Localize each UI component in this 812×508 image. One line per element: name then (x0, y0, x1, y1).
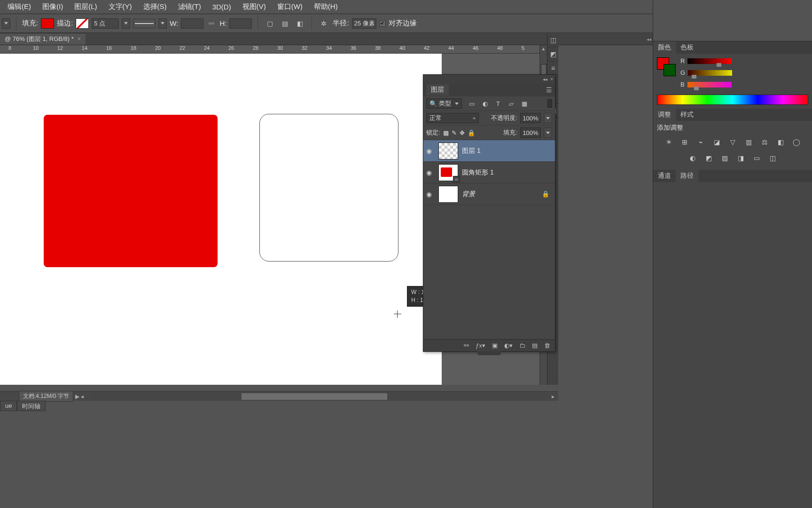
adj-vibrance-icon[interactable]: ▽ (726, 136, 739, 148)
visibility-toggle-icon[interactable]: ◉ (426, 190, 435, 198)
visibility-toggle-icon[interactable]: ◉ (426, 147, 435, 155)
menu-image[interactable]: 图像(I) (37, 0, 69, 13)
status-arrow-icon[interactable]: ▶ (73, 393, 81, 400)
height-input[interactable] (229, 18, 252, 29)
link-wh-icon[interactable]: ⚯ (206, 18, 217, 29)
layers-panel-titlebar[interactable]: ◂◂ × (423, 75, 555, 83)
path-align-icon[interactable]: ▤ (279, 17, 291, 30)
opacity-input[interactable]: 100% (520, 113, 541, 123)
lock-image-icon[interactable]: ✎ (452, 129, 457, 136)
color-spectrum-bar[interactable] (657, 95, 808, 105)
layer-item[interactable]: ◉ 背景 🔒 (423, 183, 555, 205)
adj-gradient-map-icon[interactable]: ▭ (750, 152, 763, 164)
adj-invert-icon[interactable]: ◩ (703, 152, 715, 164)
stroke-width-dropdown[interactable] (122, 18, 130, 29)
dock-icon-3[interactable]: ≡ (547, 61, 559, 75)
layer-thumbnail[interactable]: ▱ (438, 164, 458, 181)
layer-name[interactable]: 背景 (462, 190, 475, 198)
adj-photo-filter-icon[interactable]: ◯ (790, 136, 803, 148)
tab-swatches[interactable]: 色板 (676, 41, 698, 54)
filter-type-select[interactable]: 🔍 类型 (426, 98, 462, 109)
adj-curves-icon[interactable]: ⌁ (695, 136, 707, 148)
dock-collapse-icon[interactable]: ◂◂ (647, 37, 651, 42)
panel-menu-icon[interactable]: ☰ (543, 84, 555, 95)
fill-dropdown[interactable] (544, 127, 552, 138)
g-slider[interactable] (688, 70, 732, 76)
footer-tab-timeline[interactable]: 时间轴 (17, 401, 46, 411)
tab-adjustments[interactable]: 调整 (653, 109, 676, 121)
menu-select[interactable]: 选择(S) (138, 0, 172, 13)
layers-tab[interactable]: 图层 (426, 84, 449, 95)
b-slider[interactable] (687, 82, 732, 87)
layer-item[interactable]: ◉ ▱ 圆角矩形 1 (423, 162, 555, 183)
lock-all-icon[interactable]: 🔒 (468, 129, 475, 136)
blend-mode-select[interactable]: 正常÷ (426, 113, 479, 123)
tab-color[interactable]: 颜色 (653, 41, 676, 54)
visibility-toggle-icon[interactable]: ◉ (426, 169, 435, 176)
menu-edit[interactable]: 编辑(E) (2, 0, 37, 13)
horizontal-scrollbar[interactable] (91, 393, 548, 400)
scroll-up-arrow-icon[interactable]: ▲ (540, 45, 547, 52)
menu-3d[interactable]: 3D(D) (207, 1, 237, 13)
adj-threshold-icon[interactable]: ◨ (734, 152, 747, 164)
new-layer-icon[interactable]: ▤ (532, 342, 538, 349)
filter-smart-icon[interactable]: ▦ (520, 99, 529, 108)
document-info[interactable]: 文档:4.12M/0 字节 (19, 391, 73, 402)
close-tab-icon[interactable]: × (78, 36, 81, 42)
background-color[interactable] (664, 64, 676, 76)
width-input[interactable] (181, 18, 203, 29)
mask-icon[interactable]: ▣ (492, 342, 498, 349)
adj-brightness-icon[interactable]: ☀ (663, 136, 675, 148)
menu-type[interactable]: 文字(Y) (103, 0, 138, 13)
panel-resize-grip[interactable] (477, 351, 501, 355)
tool-preset-dropdown[interactable] (2, 18, 10, 29)
opacity-dropdown[interactable] (544, 113, 552, 123)
stroke-swatch[interactable] (76, 18, 89, 29)
adj-bw-icon[interactable]: ◧ (774, 136, 787, 148)
fx-icon[interactable]: ƒx▾ (476, 342, 485, 349)
dock-icon-2[interactable]: ◩ (547, 47, 559, 61)
r-slider[interactable] (687, 58, 732, 64)
adj-posterize-icon[interactable]: ▨ (718, 152, 731, 164)
path-ops-new-icon[interactable]: ▢ (264, 17, 276, 30)
close-icon[interactable]: × (550, 77, 553, 82)
radius-input[interactable] (352, 18, 376, 29)
adj-balance-icon[interactable]: ⚖ (758, 136, 771, 148)
dock-icon-1[interactable]: ◫ (547, 33, 559, 47)
adj-levels-icon[interactable]: ⊞ (679, 136, 691, 148)
layer-thumbnail[interactable] (438, 143, 458, 159)
filter-type-icon[interactable]: T (494, 99, 502, 108)
adj-hue-icon[interactable]: ▥ (742, 136, 755, 148)
layer-name[interactable]: 图层 1 (462, 147, 481, 155)
tab-channels[interactable]: 通道 (653, 170, 676, 182)
stroke-style-picker[interactable] (133, 19, 156, 28)
tab-styles[interactable]: 样式 (676, 109, 698, 121)
footer-tab-1[interactable]: ue (0, 401, 17, 411)
filter-pixel-icon[interactable]: ▭ (468, 99, 476, 108)
stroke-style-dropdown[interactable] (158, 18, 167, 29)
group-icon[interactable]: 🗀 (519, 342, 525, 349)
foreground-background-swatch[interactable] (657, 57, 676, 76)
adj-channel-mixer-icon[interactable]: ◐ (687, 152, 699, 164)
fill-swatch[interactable] (41, 18, 54, 29)
filter-adjust-icon[interactable]: ◐ (481, 99, 489, 108)
lock-position-icon[interactable]: ✥ (460, 129, 465, 136)
hscroll-thumb[interactable] (242, 393, 387, 400)
document-tab[interactable]: @ 76% (图层 1, RGB/8) * × (0, 33, 86, 45)
gear-icon[interactable]: ✲ (318, 17, 330, 30)
menu-filter[interactable]: 滤镜(T) (172, 0, 207, 13)
adj-exposure-icon[interactable]: ◪ (710, 136, 723, 148)
lock-transparent-icon[interactable]: ▩ (443, 129, 449, 136)
stroke-width-input[interactable] (92, 18, 119, 29)
collapse-icon[interactable]: ◂◂ (543, 77, 547, 82)
menu-layer[interactable]: 图层(L) (69, 0, 102, 13)
delete-layer-icon[interactable]: 🗑 (544, 342, 550, 349)
tab-paths[interactable]: 路径 (676, 170, 698, 182)
layer-thumbnail[interactable] (438, 186, 458, 203)
layer-name[interactable]: 圆角矩形 1 (462, 168, 494, 177)
path-arrange-icon[interactable]: ◧ (294, 17, 306, 30)
menu-window[interactable]: 窗口(W) (272, 0, 308, 13)
adj-selective-icon[interactable]: ◫ (766, 152, 779, 164)
hscroll-right-arrow-icon[interactable]: ▸ (552, 393, 558, 400)
hscroll-left-arrow-icon[interactable]: ◂ (81, 393, 87, 400)
